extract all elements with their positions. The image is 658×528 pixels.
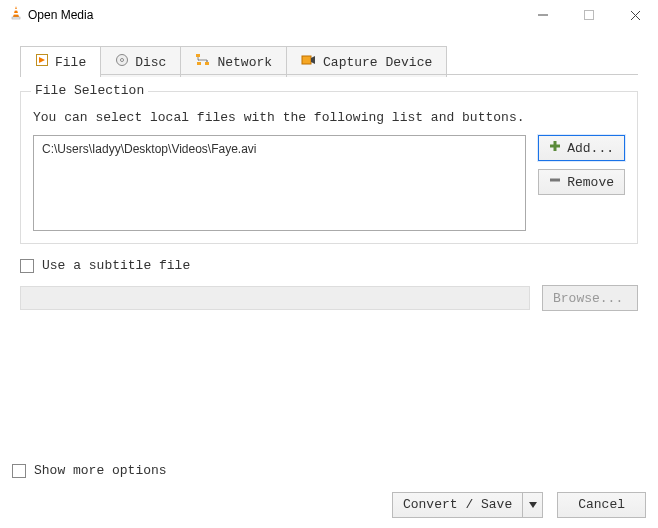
browse-button: Browse... (542, 285, 638, 311)
file-hint: You can select local files with the foll… (33, 110, 625, 125)
tab-label: Disc (135, 55, 166, 70)
tab-label: Capture Device (323, 55, 432, 70)
plus-icon (549, 140, 561, 156)
file-selection-group: File Selection You can select local file… (20, 91, 638, 244)
vlc-icon (8, 5, 24, 25)
file-entry[interactable]: C:\Users\Iadyy\Desktop\Videos\Faye.avi (42, 142, 517, 156)
svg-marker-18 (529, 502, 537, 508)
capture-icon (301, 53, 317, 71)
tab-panel-file: File Selection You can select local file… (0, 77, 658, 321)
subtitle-path-input (20, 286, 530, 310)
title-bar: Open Media (0, 0, 658, 30)
tab-label: File (55, 55, 86, 70)
show-more-row[interactable]: Show more options (12, 463, 646, 478)
tab-disc[interactable]: Disc (100, 46, 181, 77)
button-label: Remove (567, 175, 614, 190)
button-label: Convert / Save (393, 493, 522, 517)
svg-rect-13 (205, 62, 209, 65)
minimize-button[interactable] (520, 0, 566, 30)
convert-save-button[interactable]: Convert / Save (392, 492, 543, 518)
close-button[interactable] (612, 0, 658, 30)
tab-bar: File Disc Network Capture Device (20, 46, 658, 77)
svg-rect-4 (585, 11, 594, 20)
button-label: Add... (567, 141, 614, 156)
show-more-checkbox[interactable] (12, 464, 26, 478)
svg-rect-14 (302, 56, 311, 64)
file-icon (35, 53, 49, 71)
chevron-down-icon[interactable] (522, 493, 542, 517)
svg-rect-0 (12, 17, 20, 19)
cancel-button[interactable]: Cancel (557, 492, 646, 518)
add-button[interactable]: Add... (538, 135, 625, 161)
minus-icon (549, 174, 561, 190)
subtitle-checkbox[interactable] (20, 259, 34, 273)
svg-rect-1 (14, 9, 19, 11)
svg-point-10 (121, 59, 124, 62)
remove-button[interactable]: Remove (538, 169, 625, 195)
svg-rect-11 (196, 54, 200, 57)
tab-capture[interactable]: Capture Device (286, 46, 447, 77)
subtitle-label: Use a subtitle file (42, 258, 190, 273)
tab-file[interactable]: File (20, 46, 101, 77)
tab-network[interactable]: Network (180, 46, 287, 77)
button-label: Cancel (578, 497, 625, 512)
window-title: Open Media (24, 8, 520, 22)
file-list[interactable]: C:\Users\Iadyy\Desktop\Videos\Faye.avi (33, 135, 526, 231)
subtitle-checkbox-row[interactable]: Use a subtitle file (20, 258, 638, 273)
tab-label: Network (217, 55, 272, 70)
button-label: Browse... (553, 291, 623, 306)
svg-rect-2 (13, 13, 19, 15)
disc-icon (115, 53, 129, 71)
svg-rect-12 (197, 62, 201, 65)
maximize-button[interactable] (566, 0, 612, 30)
show-more-label: Show more options (34, 463, 167, 478)
network-icon (195, 53, 211, 71)
group-legend: File Selection (31, 83, 148, 98)
